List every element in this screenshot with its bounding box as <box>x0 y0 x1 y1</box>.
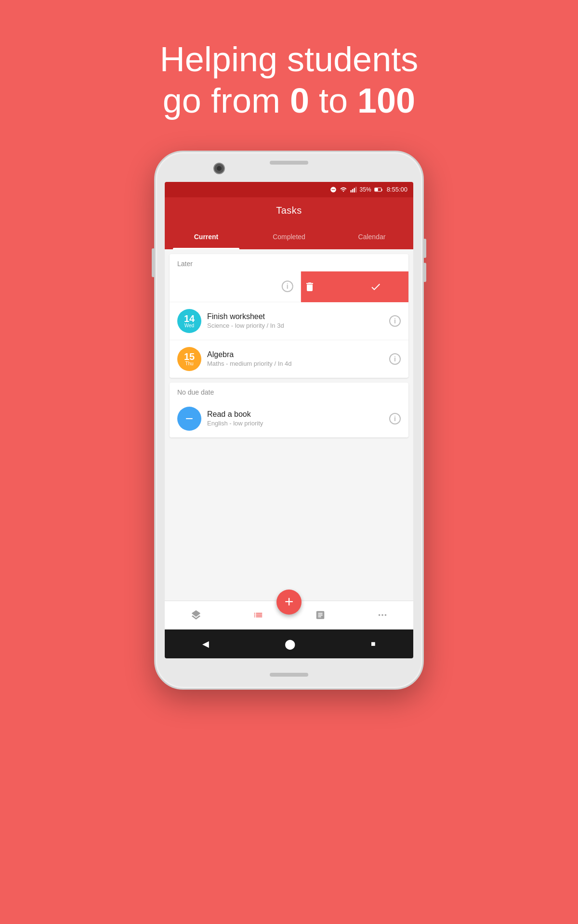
worksheet-task-info: Finish worksheet Science - low priority … <box>207 312 383 329</box>
notes-icon <box>315 610 326 620</box>
tab-calendar[interactable]: Calendar <box>330 224 413 249</box>
svg-rect-1 <box>331 189 335 190</box>
tab-completed-label: Completed <box>273 233 305 241</box>
nav-list-button[interactable] <box>246 603 270 627</box>
complete-action-button[interactable] <box>343 271 408 302</box>
readbook-task-subtitle: English - low priority <box>207 420 383 427</box>
back-button[interactable]: ◀ <box>202 639 209 649</box>
svg-point-10 <box>384 614 386 616</box>
essay-task-swipe-container: essay high priority / In 1d i <box>170 271 408 302</box>
worksheet-task-title: Finish worksheet <box>207 312 383 321</box>
headline-line1: Helping students <box>160 38 418 80</box>
algebra-badge-day: 15 <box>184 352 195 361</box>
screen: 35% 8:55:00 Tasks Current Completed Cale… <box>165 182 413 658</box>
worksheet-badge-day: 14 <box>184 314 195 323</box>
phone-speaker-top <box>270 161 308 165</box>
no-due-date-label: No due date <box>170 383 408 400</box>
svg-rect-2 <box>350 190 351 192</box>
check-icon <box>370 281 381 293</box>
svg-rect-7 <box>375 188 378 191</box>
battery-text: 35% <box>360 186 371 193</box>
volume-down-button <box>423 263 426 282</box>
readbook-task-info: Read a book English - low priority <box>207 410 383 427</box>
home-icon: ⬤ <box>285 638 295 650</box>
tab-bar: Current Completed Calendar <box>165 224 413 249</box>
svg-point-9 <box>381 614 383 616</box>
dnd-icon <box>330 186 337 193</box>
worksheet-info-icon[interactable]: i <box>389 315 401 327</box>
readbook-task-row[interactable]: − Read a book English - low priority i <box>170 400 408 437</box>
status-bar: 35% 8:55:00 <box>165 182 413 197</box>
layers-icon <box>191 610 201 620</box>
later-section-label: Later <box>170 254 408 271</box>
fab-add-button[interactable]: + <box>276 590 302 615</box>
home-button[interactable]: ⬤ <box>285 638 295 650</box>
no-due-date-card: No due date − Read a book English - low … <box>170 383 408 437</box>
essay-task-info: essay high priority / In 1d <box>170 278 276 295</box>
volume-up-button <box>423 239 426 258</box>
nav-more-button[interactable] <box>370 603 394 627</box>
power-button <box>152 248 155 277</box>
algebra-task-title: Algebra <box>207 350 383 359</box>
svg-rect-4 <box>354 188 355 192</box>
readbook-task-title: Read a book <box>207 410 383 419</box>
essay-task-title: essay <box>170 278 276 287</box>
algebra-task-info: Algebra Maths - medium priority / In 4d <box>207 350 383 367</box>
headline-line2: go from 0 to 100 <box>160 80 418 121</box>
headline-zero: 0 <box>290 81 309 120</box>
more-icon <box>377 610 388 620</box>
algebra-date-badge: 15 Thu <box>177 347 201 371</box>
phone-mockup: 35% 8:55:00 Tasks Current Completed Cale… <box>154 151 424 690</box>
recent-icon: ■ <box>371 640 376 648</box>
back-icon: ◀ <box>202 639 209 649</box>
later-card: Later <box>170 254 408 378</box>
status-icons: 35% 8:55:00 <box>330 186 407 193</box>
algebra-task-row[interactable]: 15 Thu Algebra Maths - medium priority /… <box>170 340 408 378</box>
phone-camera <box>213 163 225 174</box>
battery-icon <box>374 186 383 193</box>
phone-speaker-bottom <box>270 673 308 677</box>
algebra-info-icon[interactable]: i <box>389 353 401 365</box>
content-area: Later <box>165 249 413 601</box>
worksheet-date-badge: 14 Wed <box>177 309 201 333</box>
trash-icon <box>304 281 315 293</box>
essay-task-subtitle: high priority / In 1d <box>170 288 276 295</box>
readbook-info-icon[interactable]: i <box>389 413 401 424</box>
algebra-task-subtitle: Maths - medium priority / In 4d <box>207 360 383 367</box>
headline-to: to <box>309 81 357 120</box>
wifi-icon <box>340 186 347 193</box>
android-nav-bar: ◀ ⬤ ■ <box>165 629 413 658</box>
headline: Helping students go from 0 to 100 <box>160 38 418 122</box>
signal-icon <box>350 186 357 193</box>
tab-completed[interactable]: Completed <box>248 224 330 249</box>
minus-icon: − <box>185 412 193 425</box>
svg-point-8 <box>378 614 380 616</box>
headline-prefix: go from <box>163 81 290 120</box>
algebra-badge-weekday: Thu <box>185 361 193 366</box>
worksheet-task-subtitle: Science - low priority / In 3d <box>207 322 383 329</box>
tab-current[interactable]: Current <box>165 224 248 249</box>
readbook-minus-badge: − <box>177 407 201 431</box>
list-icon <box>253 610 263 620</box>
app-title: Tasks <box>276 205 302 216</box>
headline-hundred: 100 <box>357 81 415 120</box>
fab-plus-icon: + <box>285 594 294 609</box>
svg-rect-3 <box>352 189 353 192</box>
app-bar: Tasks <box>165 197 413 224</box>
tab-calendar-label: Calendar <box>358 233 386 241</box>
tab-current-label: Current <box>194 233 219 241</box>
worksheet-badge-weekday: Wed <box>184 323 194 328</box>
time-text: 8:55:00 <box>387 186 407 193</box>
essay-info-icon[interactable]: i <box>282 281 293 292</box>
svg-rect-5 <box>355 187 356 192</box>
recent-button[interactable]: ■ <box>371 640 376 648</box>
nav-notes-button[interactable] <box>308 603 332 627</box>
bottom-nav: + <box>165 601 413 629</box>
essay-task-row[interactable]: essay high priority / In 1d i <box>170 271 301 302</box>
worksheet-task-row[interactable]: 14 Wed Finish worksheet Science - low pr… <box>170 302 408 340</box>
nav-layers-button[interactable] <box>184 603 208 627</box>
